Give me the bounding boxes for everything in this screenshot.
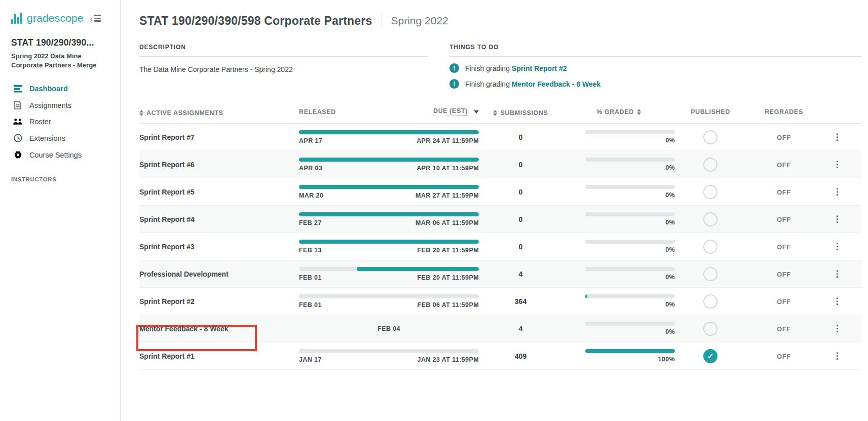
table-row: Sprint Report #6 APR 03 APR 10 AT 11:59P… [139,151,861,178]
kebab-menu-icon[interactable]: ⋮ [833,324,842,333]
kebab-menu-icon[interactable]: ⋮ [833,351,842,361]
graded-percent: 0% [585,164,675,171]
assignment-name-link[interactable]: Sprint Report #4 [139,215,195,223]
graded-progress-bar [585,212,675,216]
published-toggle[interactable]: ✓ [703,322,718,336]
released-header: RELEASED [299,108,336,116]
sidebar-item-assignments[interactable]: Assignments [11,97,112,113]
sidebar-item-dashboard[interactable]: Dashboard [11,81,112,97]
sidebar-collapse-button[interactable]: ‹ [90,15,101,22]
assignment-name-link[interactable]: Sprint Report #5 [139,188,195,196]
assignment-name-link[interactable]: Sprint Report #6 [139,161,195,169]
kebab-menu-icon[interactable]: ⋮ [833,187,842,197]
assignment-name-link[interactable]: Sprint Report #7 [139,133,195,141]
things-to-do-label: THINGS TO DO [449,44,861,51]
due-date: MAR 06 AT 11:59PM [416,219,479,226]
assignment-name-link[interactable]: Sprint Report #1 [139,352,195,360]
table-row: Mentor Feedback - 8 Week FEB 04 4 0% ✓ O… [139,315,861,342]
graded-progress-bar [585,130,675,134]
regrades-status: OFF [777,243,791,251]
alert-exclamation-icon: ! [449,79,459,89]
assignments-icon [13,101,22,109]
due-date: MAR 27 AT 11:59PM [416,192,479,199]
sidebar-nav-label: Assignments [29,101,71,109]
todo-assignment-link[interactable]: Sprint Report #2 [512,64,567,72]
kebab-menu-icon[interactable]: ⋮ [833,296,842,306]
assignments-table-header: ACTIVE ASSIGNMENTS RELEASED DUE (EST) SU… [139,107,861,124]
regrades-status: OFF [777,325,791,333]
sidebar-item-extensions[interactable]: Extensions [11,130,112,146]
sort-due[interactable]: DUE (EST) [433,107,479,116]
published-toggle[interactable]: ✓ [703,294,718,309]
kebab-menu-icon[interactable]: ⋮ [833,269,842,279]
sort-icon [637,109,641,115]
roster-icon [13,118,22,125]
assignment-timeline: FEB 27 MAR 06 AT 11:59PM [299,212,479,226]
graded-percent: 0% [585,246,675,253]
published-toggle[interactable]: ✓ [703,212,718,226]
submissions-header: SUBMISSIONS [500,109,548,117]
graded-progress-fill [585,294,587,298]
active-assignments-header: ACTIVE ASSIGNMENTS [146,109,223,117]
submissions-count: 4 [519,325,523,333]
assignment-name-link[interactable]: Mentor Feedback - 8 Week [139,325,229,333]
sidebar: gradescope ‹ STAT 190/290/390... Spring … [0,0,121,421]
released-date: MAR 20 [299,192,323,199]
regrades-header: REGRADES [765,108,803,116]
kebab-menu-icon[interactable]: ⋮ [833,214,842,224]
published-header: PUBLISHED [691,108,730,116]
timeline-bar-fill [299,240,479,244]
sidebar-item-roster[interactable]: Roster [11,113,112,130]
assignment-timeline: FEB 01 FEB 20 AT 11:59PM [299,267,479,281]
assignment-timeline: MAR 20 MAR 27 AT 11:59PM [299,185,479,199]
timeline-bar [299,294,479,298]
published-toggle[interactable]: ✓ [703,240,718,254]
graded-progress-bar [585,349,675,353]
regrades-status: OFF [777,216,791,223]
table-row: Sprint Report #4 FEB 27 MAR 06 AT 11:59P… [139,206,861,233]
published-toggle[interactable]: ✓ [703,185,718,199]
assignment-name-link[interactable]: Sprint Report #2 [139,297,195,305]
sidebar-nav: Dashboard Assignments Roster Extensions … [11,81,112,163]
published-toggle[interactable]: ✓ [703,267,718,281]
kebab-menu-icon[interactable]: ⋮ [833,242,842,251]
sort-active-assignments[interactable]: ACTIVE ASSIGNMENTS [139,109,223,117]
assignment-name-link[interactable]: Sprint Report #3 [139,243,195,251]
description-label: DESCRIPTION [139,44,428,51]
published-toggle[interactable]: ✓ [703,158,718,172]
things-to-do-rule [449,56,861,57]
todo-list: ! Finish grading Sprint Report #2 ! Fini… [449,63,861,89]
settings-icon [13,150,22,159]
todo-assignment-link[interactable]: Mentor Feedback - 8 Week [512,80,601,88]
regrades-status: OFF [777,134,791,141]
sidebar-nav-label: Dashboard [29,85,68,93]
published-toggle[interactable]: ✓ [703,130,718,144]
assignment-name-link[interactable]: Professional Development [139,270,229,278]
table-row: Sprint Report #5 MAR 20 MAR 27 AT 11:59P… [139,178,861,206]
table-row: Sprint Report #7 APR 17 APR 24 AT 11:59P… [139,124,861,151]
table-row: Sprint Report #2 FEB 01 FEB 06 AT 11:59P… [139,288,861,315]
submissions-count: 0 [519,243,523,251]
submissions-count: 409 [515,352,526,360]
due-date: APR 10 AT 11:59PM [417,165,479,172]
gradescope-logo-text[interactable]: gradescope [27,12,84,24]
published-toggle[interactable]: ✓ [703,349,718,363]
sort-graded[interactable]: % GRADED [596,108,641,116]
description-section: DESCRIPTION The Data Mine Corporate Part… [139,44,428,89]
kebab-menu-icon[interactable]: ⋮ [833,132,842,142]
timeline-bar [299,185,479,189]
released-date: FEB 01 [299,301,322,309]
released-date: APR 17 [299,137,322,144]
timeline-bar [299,267,479,271]
graded-percent: 0% [585,328,675,335]
graded-percent: 0% [585,274,675,281]
table-row: Professional Development FEB 01 FEB 20 A… [139,260,861,288]
sort-submissions[interactable]: SUBMISSIONS [493,109,548,117]
gradescope-logo-icon[interactable] [11,13,22,24]
course-subtitle: Spring 2022 Data Mine Corporate Partners… [11,52,107,69]
regrades-status: OFF [777,298,791,305]
instructors-section-label: INSTRUCTORS [11,176,112,182]
sidebar-item-course-settings[interactable]: Course Settings [11,146,112,163]
graded-percent: 0% [585,192,675,199]
kebab-menu-icon[interactable]: ⋮ [833,160,842,169]
